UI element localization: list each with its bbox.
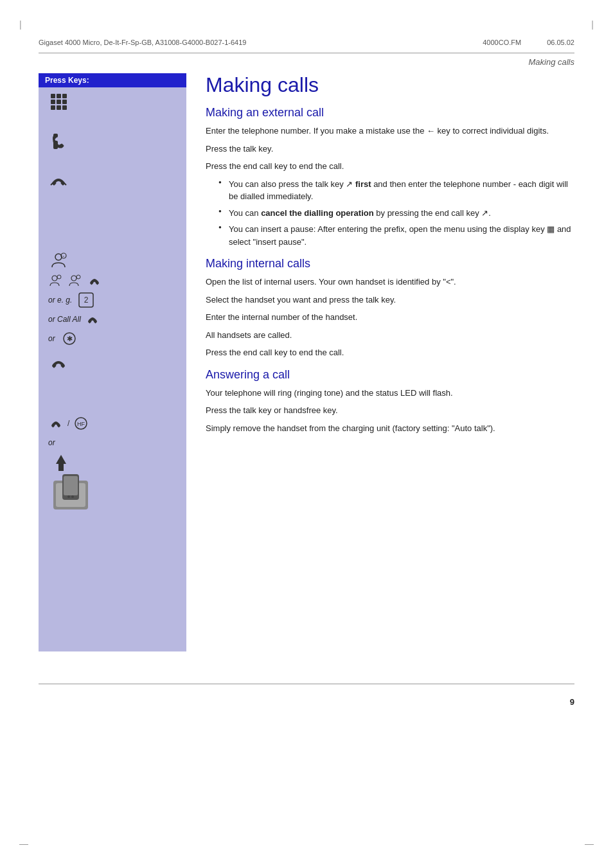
sidebar-spacer-1	[48, 112, 186, 131]
header-file-id: 4000CO.FM	[483, 39, 521, 46]
sidebar-talk-key-row	[48, 131, 186, 152]
sidebar-answer-icons: / HF or	[39, 410, 186, 517]
answer-para-3: Simply remove the handset from the charg…	[206, 422, 574, 435]
external-para-1: Enter the telephone number. If you make …	[206, 125, 574, 137]
or-charging-label: or	[48, 438, 55, 447]
sidebar-spacer-2	[48, 152, 186, 171]
section-internal-calls: Making internal calls Open the list of i…	[206, 257, 574, 359]
sidebar-multi-handset-row	[48, 271, 186, 290]
svg-point-13	[57, 275, 61, 279]
internal-para-1: Open the list of internal users. Your ow…	[206, 276, 574, 288]
svg-marker-22	[56, 455, 66, 471]
sidebar: Press Keys:	[39, 73, 186, 651]
main-content: Press Keys:	[39, 73, 574, 651]
sidebar-charging-unit-row	[48, 455, 186, 513]
svg-rect-7	[57, 105, 61, 110]
svg-text:HF: HF	[77, 421, 85, 427]
internal-para-4: All handsets are called.	[206, 329, 574, 342]
page-number: 9	[570, 697, 574, 707]
section-answering-call: Answering a call Your telephone will rin…	[206, 368, 574, 435]
corner-mark-tr: |	[591, 19, 594, 30]
svg-point-15	[76, 275, 80, 279]
header: Gigaset 4000 Micro, De-It-Fr-Sp-GB, A310…	[0, 0, 613, 53]
slash-divider: /	[67, 419, 69, 428]
handsfree-icon: HF	[73, 416, 89, 431]
handset-icon-2	[67, 273, 83, 288]
sidebar-end-call-row	[48, 171, 186, 191]
svg-rect-3	[51, 100, 55, 104]
svg-rect-1	[57, 94, 61, 98]
external-bullets: You can also press the talk key ↗ first …	[218, 178, 574, 249]
or-eg-label: or e. g.	[48, 296, 72, 305]
internal-para-3: Enter the internal number of the handset…	[206, 311, 574, 324]
svg-rect-0	[51, 94, 55, 98]
sidebar-internal-spacer	[39, 195, 186, 247]
corner-mark-bl: —	[19, 838, 28, 849]
svg-rect-2	[62, 94, 67, 98]
svg-text:✱: ✱	[66, 335, 72, 342]
header-file-ref: Gigaset 4000 Micro, De-It-Fr-Sp-GB, A310…	[39, 39, 246, 46]
star-key-icon: ✱	[62, 331, 77, 346]
sidebar-call-all-row: or Call All	[48, 310, 186, 329]
sidebar-external-icons	[39, 87, 186, 195]
charging-unit-icon	[48, 455, 93, 513]
bullet-3: You can insert a pause: After entering t…	[218, 223, 574, 248]
sidebar-talk-handsfree-row: / HF	[48, 414, 186, 433]
or-call-all-label: or Call All	[48, 315, 81, 324]
talk-key-icon-2	[87, 273, 102, 288]
footer: 9	[0, 684, 613, 720]
external-para-2: Press the talk key.	[206, 143, 574, 155]
svg-text:2: 2	[84, 296, 89, 305]
contacts-list-icon: ⋆	[48, 251, 69, 271]
section-external-call: Making an external call Enter the teleph…	[206, 106, 574, 248]
page-title-text: Making calls	[528, 57, 574, 67]
footer-spacer	[0, 651, 613, 677]
svg-point-14	[71, 276, 76, 281]
talk-key-call-all-icon	[85, 312, 100, 327]
end-call-icon	[48, 171, 69, 191]
page-container: | | — — Gigaset 4000 Micro, De-It-Fr-Sp-…	[0, 0, 613, 868]
header-right: 4000CO.FM 06.05.02	[483, 39, 574, 46]
sidebar-answer-spacer	[39, 378, 186, 410]
main-title: Making calls	[206, 73, 574, 97]
external-para-3: Press the end call key to end the call.	[206, 160, 574, 173]
page-title-bar: Making calls	[0, 53, 613, 73]
sidebar-contacts-icon-row: ⋆	[48, 251, 186, 271]
handset-icon-1	[48, 273, 64, 288]
sidebar-or-charging-label: or	[48, 433, 186, 452]
bullet-1: You can also press the talk key ↗ first …	[218, 178, 574, 203]
sidebar-or-star-row: or ✱	[48, 329, 186, 348]
svg-point-27	[67, 495, 70, 498]
corner-mark-br: —	[585, 838, 594, 849]
external-call-title: Making an external call	[206, 106, 574, 120]
svg-rect-6	[51, 105, 55, 110]
sidebar-or-eg-row: or e. g. 2	[48, 290, 186, 310]
svg-point-9	[55, 254, 62, 260]
sidebar-end-call-2-row	[48, 353, 186, 374]
number-2-icon: 2	[78, 292, 94, 308]
sidebar-internal-icons: ⋆	[39, 247, 186, 378]
end-call-icon-2	[48, 353, 69, 374]
answer-talk-icon	[48, 416, 64, 431]
internal-para-2: Select the handset you want and press th…	[206, 294, 574, 306]
internal-calls-title: Making internal calls	[206, 257, 574, 270]
internal-para-5: Press the end call key to end the call.	[206, 346, 574, 359]
internal-spacer	[48, 348, 186, 353]
corner-mark-tl: |	[19, 19, 22, 30]
content-area: Making calls Making an external call Ent…	[186, 73, 574, 651]
sidebar-keypad-row	[48, 91, 186, 112]
press-keys-label: Press Keys:	[39, 73, 186, 87]
or-star-label: or	[48, 334, 55, 343]
answering-call-title: Answering a call	[206, 368, 574, 382]
bullet-2: You can cancel the dialling operation by…	[218, 207, 574, 220]
svg-rect-5	[62, 100, 67, 104]
svg-point-12	[52, 276, 57, 281]
answer-para-2: Press the talk key or handsfree key.	[206, 404, 574, 417]
answer-para-1: Your telephone will ring (ringing tone) …	[206, 387, 574, 400]
svg-rect-8	[62, 105, 67, 110]
header-date: 06.05.02	[547, 39, 574, 46]
svg-rect-4	[57, 100, 61, 104]
svg-point-28	[71, 495, 74, 498]
talk-key-icon	[48, 131, 69, 152]
keypad-icon	[48, 91, 69, 112]
